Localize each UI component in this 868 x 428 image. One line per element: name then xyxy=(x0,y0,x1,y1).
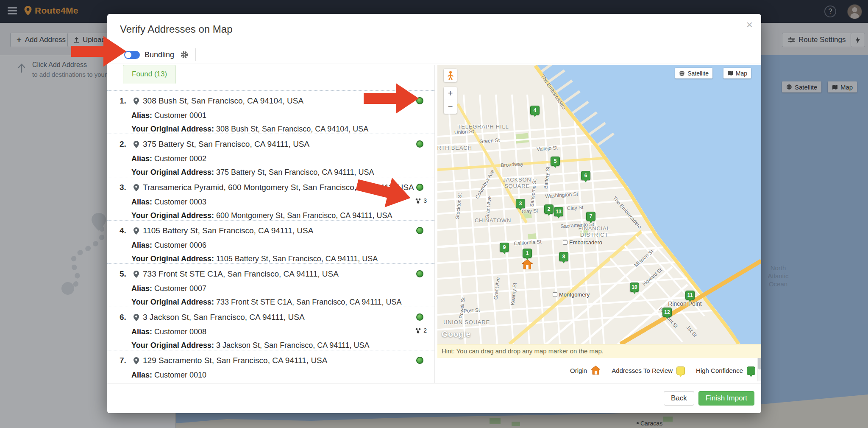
original-address-value: 600 Montgomery St, San Francisco, CA 941… xyxy=(216,211,392,220)
map-pin-icon xyxy=(134,314,139,321)
zoom-control: + − xyxy=(444,87,457,114)
address-list-item[interactable]: 1. 308 Bush St, San Francisco, CA 94104,… xyxy=(107,90,434,134)
bundle-badge: 2 xyxy=(415,327,427,334)
address-list-item[interactable]: 7. 129 Sacramento St, San Francisco, CA … xyxy=(107,350,434,383)
globe-icon xyxy=(679,70,685,76)
divider xyxy=(434,65,435,383)
address-number: 5. xyxy=(120,269,134,279)
original-address-line: Your Original Address: 3 Jackson St, San… xyxy=(131,341,434,350)
street-label: Clay St xyxy=(567,204,584,212)
address-list-item[interactable]: 5. 733 Front St STE C1A, San Francisco, … xyxy=(107,263,434,307)
legend-item-yellow: Addresses To Review xyxy=(612,366,685,375)
map-pin-icon xyxy=(134,141,139,148)
map-marker-7[interactable]: 7 xyxy=(586,212,595,221)
map-marker-11[interactable]: 11 xyxy=(685,291,695,300)
map-pin-icon xyxy=(134,227,139,235)
address-list-item[interactable]: 4. 1105 Battery St, San Francisco, CA 94… xyxy=(107,220,434,263)
map-marker-12[interactable]: 12 xyxy=(662,308,672,317)
original-address-value: 733 Front St STE C1A, San Francisco, CA … xyxy=(216,298,402,306)
map-marker-8[interactable]: 8 xyxy=(559,252,568,261)
address-list-item[interactable]: 6. 3 Jackson St, San Francisco, CA 94111… xyxy=(107,307,434,350)
map-marker-3[interactable]: 3 xyxy=(516,199,525,208)
high-confidence-dot xyxy=(416,97,423,104)
high-confidence-dot xyxy=(416,357,423,364)
legend-item-green: High Confidence xyxy=(696,366,755,375)
original-address-line: Your Original Address: 733 Front St STE … xyxy=(131,298,434,307)
original-address-value: 1105 Battery St, San Francisco, CA 94111… xyxy=(216,255,378,263)
map-marker-1[interactable]: 1 xyxy=(523,249,532,258)
address-line: 4. 1105 Battery St, San Francisco, CA 94… xyxy=(120,226,434,235)
map-canvas[interactable]: TELEGRAPH HILLNORTH BEACHJACKSON SQUAREC… xyxy=(437,65,761,344)
map-hint: Hint: You can drag and drop any map mark… xyxy=(437,344,761,358)
alias-line: Alias: Customer 0008 xyxy=(131,327,434,336)
original-address-line: Your Original Address: 1105 Battery St, … xyxy=(131,255,434,263)
address-list-item[interactable]: 3. Transamerica Pyramid, 600 Montgomery … xyxy=(107,177,434,220)
zoom-out-button[interactable]: − xyxy=(444,100,457,113)
divider xyxy=(195,48,196,61)
address-text: 375 Battery St, San Francisco, CA 94111,… xyxy=(143,140,309,149)
district-label: NORTH BEACH xyxy=(437,145,472,151)
map-marker-5[interactable]: 5 xyxy=(551,157,560,166)
address-number: 7. xyxy=(120,356,134,365)
bundling-toggle[interactable] xyxy=(124,51,140,59)
zoom-in-button[interactable]: + xyxy=(444,87,457,100)
legend-label: Addresses To Review xyxy=(612,367,673,374)
alias-value: Customer 0007 xyxy=(154,284,206,293)
bundling-row: Bundling xyxy=(124,47,196,62)
street-label: Clay St xyxy=(521,208,538,215)
address-line: 7. 129 Sacramento St, San Francisco, CA … xyxy=(120,356,434,365)
address-line: 3. Transamerica Pyramid, 600 Montgomery … xyxy=(120,183,434,192)
address-text: 1105 Battery St, San Francisco, CA 94111… xyxy=(143,226,313,235)
map-button[interactable]: Map xyxy=(723,68,751,78)
address-text: 129 Sacramento St, San Francisco, CA 941… xyxy=(143,356,327,365)
alias-line: Alias: Customer 0001 xyxy=(131,111,434,120)
transit-station-label: Embarcadero xyxy=(563,239,602,246)
original-address-line: Your Original Address: 600 Montgomery St… xyxy=(131,211,434,220)
back-button[interactable]: Back xyxy=(664,391,694,406)
district-label: Rincon Point xyxy=(668,300,701,307)
address-line: 5. 733 Front St STE C1A, San Francisco, … xyxy=(120,269,434,279)
address-list: 1. 308 Bush St, San Francisco, CA 94104,… xyxy=(107,83,434,383)
high-confidence-dot xyxy=(416,140,423,148)
address-line: 6. 3 Jackson St, San Francisco, CA 94111… xyxy=(120,313,434,322)
address-number: 3. xyxy=(120,183,134,192)
google-logo: Google xyxy=(442,330,470,339)
satellite-button[interactable]: Satellite xyxy=(675,68,712,78)
district-label: JACKSON SQUARE xyxy=(503,176,531,189)
alias-value: Customer 0003 xyxy=(154,198,206,206)
address-text: 733 Front St STE C1A, San Francisco, CA … xyxy=(143,269,339,279)
tab-found[interactable]: Found (13) xyxy=(123,65,176,84)
gear-icon[interactable] xyxy=(180,50,189,59)
map-marker-13[interactable]: 13 xyxy=(554,207,563,216)
legend-origin-icon xyxy=(591,365,601,376)
map-pin-icon xyxy=(134,184,139,191)
toggle-knob xyxy=(125,52,131,58)
legend-yellow-marker-icon xyxy=(676,366,685,375)
bundle-count: 2 xyxy=(423,327,427,334)
alias-value: Customer 0001 xyxy=(154,111,206,120)
alias-line: Alias: Customer 0007 xyxy=(131,284,434,293)
district-label: CHINATOWN xyxy=(475,217,511,224)
divider xyxy=(107,64,761,64)
close-icon[interactable]: × xyxy=(746,18,753,31)
original-address-value: 375 Battery St, San Francisco, CA 94111,… xyxy=(216,168,374,176)
address-number: 4. xyxy=(120,226,134,235)
high-confidence-dot xyxy=(416,184,423,191)
map-marker-9[interactable]: 9 xyxy=(500,243,509,252)
map-marker-2[interactable]: 2 xyxy=(544,204,554,214)
map-marker-4[interactable]: 4 xyxy=(530,106,540,115)
address-list-item[interactable]: 2. 375 Battery St, San Francisco, CA 941… xyxy=(107,134,434,177)
high-confidence-dot xyxy=(416,313,423,321)
pegman-control[interactable] xyxy=(444,69,457,82)
legend-item-house: Origin xyxy=(570,365,601,376)
map-marker-10[interactable]: 10 xyxy=(630,283,639,292)
address-number: 1. xyxy=(120,96,134,106)
alias-value: Customer 0006 xyxy=(154,241,206,249)
finish-import-button[interactable]: Finish Import xyxy=(698,391,754,406)
address-number: 2. xyxy=(120,140,134,149)
alias-value: Customer 0008 xyxy=(154,327,206,336)
station-icon xyxy=(563,240,568,245)
alias-line: Alias: Customer 0006 xyxy=(131,241,434,250)
legend-label: Origin xyxy=(570,367,587,374)
map-marker-6[interactable]: 6 xyxy=(581,171,590,180)
